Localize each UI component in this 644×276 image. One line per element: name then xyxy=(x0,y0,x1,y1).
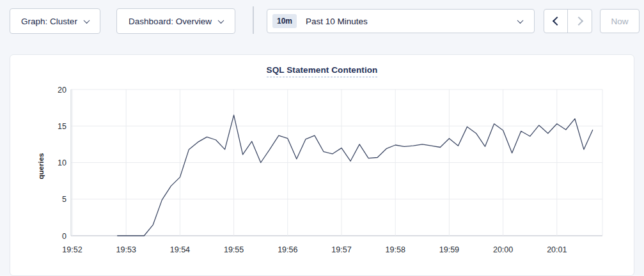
graph-dropdown[interactable]: Graph: Cluster xyxy=(10,8,100,34)
chevron-right-icon xyxy=(574,17,583,26)
time-step-forward-button[interactable] xyxy=(568,10,592,33)
sql-contention-chart: 0510152019:5219:5319:5419:5519:5619:5719… xyxy=(10,55,635,276)
y-tick-label: 5 xyxy=(62,195,67,204)
toolbar-divider xyxy=(253,6,254,34)
x-tick-label: 19:57 xyxy=(331,245,351,254)
x-tick-label: 20:00 xyxy=(493,245,513,254)
y-tick-label: 20 xyxy=(58,86,67,95)
x-tick-label: 19:54 xyxy=(170,245,190,254)
x-tick-label: 19:56 xyxy=(278,245,297,254)
dashboard-dropdown[interactable]: Dashboard: Overview xyxy=(116,8,235,34)
chart-panel: SQL Statement Contention queries 0510152… xyxy=(10,54,634,276)
time-step-controls xyxy=(544,9,592,33)
x-tick-label: 19:55 xyxy=(224,245,244,254)
x-tick-label: 19:52 xyxy=(62,245,82,254)
x-tick-label: 19:58 xyxy=(386,245,405,254)
x-tick-label: 19:53 xyxy=(116,245,136,254)
dashboard-dropdown-label: Dashboard: Overview xyxy=(129,17,212,26)
y-tick-label: 10 xyxy=(58,158,67,167)
chevron-left-icon xyxy=(553,17,562,26)
chevron-down-icon xyxy=(217,17,224,24)
time-range-label: Past 10 Minutes xyxy=(306,17,518,26)
graph-dropdown-label: Graph: Cluster xyxy=(21,17,77,26)
time-range-selector[interactable]: 10m Past 10 Minutes xyxy=(267,9,535,33)
chevron-down-icon xyxy=(83,17,90,24)
x-tick-label: 19:59 xyxy=(439,245,459,254)
toolbar: Graph: Cluster Dashboard: Overview 10m P… xyxy=(0,0,644,43)
x-tick-label: 20:01 xyxy=(547,245,567,254)
y-tick-label: 0 xyxy=(62,232,67,241)
data-line-queries xyxy=(117,115,593,236)
time-range-badge: 10m xyxy=(272,14,297,28)
time-step-back-button[interactable] xyxy=(544,10,568,33)
y-tick-label: 15 xyxy=(58,122,67,131)
now-button[interactable]: Now xyxy=(600,9,640,33)
chevron-down-icon xyxy=(517,17,524,24)
